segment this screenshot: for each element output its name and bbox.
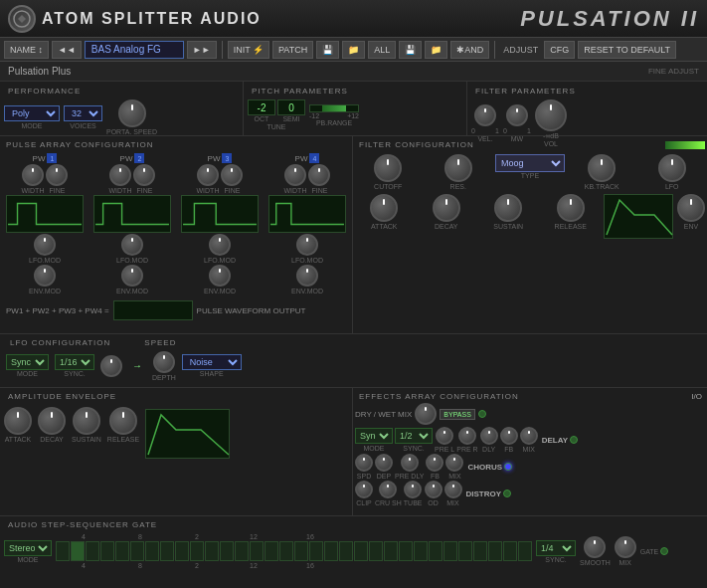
seq-cell-31[interactable] <box>503 541 517 561</box>
seq-cell-28[interactable] <box>458 541 472 561</box>
chorus-pre-dly-knob[interactable] <box>401 454 419 472</box>
ch4-env-knob[interactable] <box>296 265 318 287</box>
and-button[interactable]: ✱AND <box>450 41 489 59</box>
ch3-lfo-knob[interactable] <box>209 234 231 256</box>
patch-button[interactable]: PATCH <box>272 41 313 59</box>
mw-knob[interactable] <box>506 104 528 126</box>
save-patch-button[interactable]: 💾 <box>316 41 339 59</box>
clip-knob[interactable] <box>355 481 373 498</box>
ch3-fine-knob[interactable] <box>221 164 243 186</box>
seq-cell-3[interactable] <box>86 541 99 561</box>
tube-knob[interactable] <box>404 481 422 498</box>
seq-cell-8[interactable] <box>160 541 174 561</box>
seq-cell-11[interactable] <box>205 541 219 561</box>
distroy-mix-knob[interactable] <box>444 481 462 498</box>
delay-pre-r-knob[interactable] <box>458 427 476 445</box>
amp-release-knob[interactable] <box>109 407 137 435</box>
delay-sync-select[interactable]: 1/21/41/8 <box>395 428 433 444</box>
chorus-dep-knob[interactable] <box>375 454 393 472</box>
filter-attack-knob[interactable] <box>370 194 398 222</box>
ch3-env-knob[interactable] <box>209 265 231 287</box>
chorus-spd-knob[interactable] <box>355 454 373 472</box>
delay-mode-select[interactable]: SyncFree <box>355 428 393 444</box>
chorus-fb-knob[interactable] <box>426 454 443 472</box>
filter-decay-knob[interactable] <box>433 194 460 222</box>
all-button[interactable]: ALL <box>368 41 396 59</box>
seq-cell-18[interactable] <box>309 541 323 561</box>
lfo-sync-select[interactable]: 1/161/81/41/21/1 <box>55 354 94 370</box>
seq-cell-24[interactable] <box>399 541 413 561</box>
delay-fb-knob[interactable] <box>500 427 518 445</box>
seq-cell-12[interactable] <box>220 541 234 561</box>
seq-cell-7[interactable] <box>145 541 159 561</box>
seq-mix-knob[interactable] <box>615 536 636 558</box>
mode-select[interactable]: PolyMonoLegato <box>4 105 60 121</box>
seq-cell-10[interactable] <box>190 541 204 561</box>
all-load-button[interactable]: 📁 <box>425 41 447 59</box>
cutoff-knob[interactable] <box>374 154 402 182</box>
ch1-lfo-knob[interactable] <box>34 234 56 256</box>
load-patch-button[interactable]: 📁 <box>342 41 365 59</box>
seq-cell-30[interactable] <box>488 541 502 561</box>
seq-cell-4[interactable] <box>100 541 114 561</box>
seq-cell-23[interactable] <box>384 541 398 561</box>
porta-speed-knob[interactable] <box>118 99 146 127</box>
seq-cell-27[interactable] <box>443 541 457 561</box>
delay-dly-knob[interactable] <box>480 427 498 445</box>
lfo-shape-select[interactable]: NoiseSineTriangleSquareSaw <box>182 354 242 370</box>
voices-select[interactable]: 321684 <box>64 105 102 121</box>
seq-mode-select[interactable]: StereoMono <box>4 540 52 556</box>
ch2-width-knob[interactable] <box>109 164 131 186</box>
seq-cell-14[interactable] <box>250 541 264 561</box>
filter-lfo-knob[interactable] <box>658 154 686 182</box>
ch4-fine-knob[interactable] <box>308 164 330 186</box>
seq-cell-29[interactable] <box>473 541 487 561</box>
amp-decay-knob[interactable] <box>38 407 66 435</box>
seq-cell-21[interactable] <box>354 541 368 561</box>
seq-cell-32[interactable] <box>518 541 532 561</box>
ch1-env-knob[interactable] <box>34 265 56 287</box>
ch4-lfo-knob[interactable] <box>296 234 318 256</box>
lfo-rate-knob[interactable] <box>100 355 122 377</box>
seq-cell-6[interactable] <box>130 541 144 561</box>
seq-cell-20[interactable] <box>339 541 353 561</box>
kb-track-knob[interactable] <box>588 154 616 182</box>
cfg-button[interactable]: CFG <box>544 41 575 59</box>
lfo-mode-select[interactable]: SyncFree <box>6 354 49 370</box>
seq-cell-5[interactable] <box>115 541 129 561</box>
ch2-lfo-knob[interactable] <box>121 234 143 256</box>
filter-env-knob[interactable] <box>677 194 705 222</box>
crush-knob[interactable] <box>379 481 397 498</box>
seq-cell-22[interactable] <box>369 541 383 561</box>
init-button[interactable]: INIT ⚡ <box>228 41 269 59</box>
seq-cell-9[interactable] <box>175 541 189 561</box>
vol-knob[interactable] <box>535 99 567 131</box>
seq-cell-15[interactable] <box>265 541 278 561</box>
seq-sync-select[interactable]: 1/41/81/2 <box>536 540 576 556</box>
od-knob[interactable] <box>425 481 442 498</box>
bypass-button[interactable]: BYPASS <box>440 409 475 420</box>
ch4-width-knob[interactable] <box>284 164 306 186</box>
name-button[interactable]: NAME ↕ <box>4 41 49 59</box>
delay-mix-knob[interactable] <box>520 427 538 445</box>
ch2-env-knob[interactable] <box>121 265 143 287</box>
filter-type-select[interactable]: MoogLP 12LP 24HPBP <box>495 154 565 172</box>
seq-cell-19[interactable] <box>324 541 338 561</box>
seq-cell-17[interactable] <box>294 541 308 561</box>
amp-attack-knob[interactable] <box>4 407 32 435</box>
chorus-mix-knob[interactable] <box>445 454 463 472</box>
lfo-depth-knob[interactable] <box>153 351 175 373</box>
seq-cell-25[interactable] <box>414 541 428 561</box>
ch1-width-knob[interactable] <box>22 164 44 186</box>
seq-cell-1[interactable] <box>56 541 70 561</box>
res-knob[interactable] <box>444 154 472 182</box>
ch3-width-knob[interactable] <box>197 164 219 186</box>
filter-sustain-knob[interactable] <box>494 194 522 222</box>
prev-button[interactable]: ◄◄ <box>52 41 82 59</box>
delay-pre-l-knob[interactable] <box>436 427 453 445</box>
seq-cell-2[interactable] <box>71 541 85 561</box>
ch2-fine-knob[interactable] <box>133 164 155 186</box>
next-button[interactable]: ►► <box>187 41 217 59</box>
dry-wet-knob[interactable] <box>415 403 437 425</box>
seq-smooth-knob[interactable] <box>584 536 606 558</box>
